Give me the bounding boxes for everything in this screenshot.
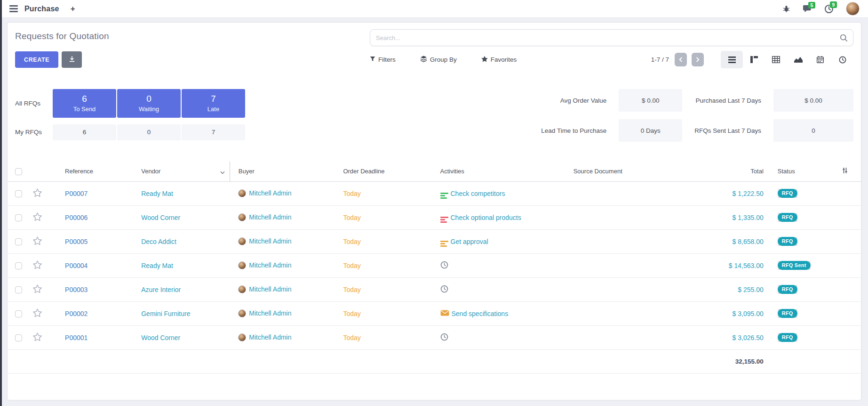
row-checkbox[interactable] [15,286,22,293]
favorite-star-icon[interactable] [33,287,42,294]
header-buyer[interactable]: Buyer [230,162,337,181]
list-view-button[interactable] [721,51,743,68]
favorites-button[interactable]: Favorites [481,56,517,64]
pivot-view-button[interactable] [765,51,787,68]
export-button[interactable] [62,51,82,68]
calendar-view-button[interactable] [809,51,831,68]
optional-columns-icon[interactable] [842,168,848,175]
vendor-link[interactable]: Ready Mat [141,190,173,197]
vendor-link[interactable]: Azure Interior [141,286,181,293]
order-deadline: Today [343,238,360,245]
buyer-link[interactable]: Mitchell Admin [249,261,291,269]
activity-label[interactable]: Get approval [451,238,488,245]
buyer-link[interactable]: Mitchell Admin [249,213,291,221]
buyer-link[interactable]: Mitchell Admin [249,333,291,341]
header-status[interactable]: Status [770,162,829,181]
activity-envelope-icon[interactable] [440,309,449,318]
activity-clock-icon[interactable] [440,333,448,342]
vendor-link[interactable]: Gemini Furniture [141,310,190,317]
favorite-star-icon[interactable] [33,311,42,318]
table-footer-row: 32,155.00 [8,349,861,373]
source-document [554,325,638,349]
activity-clock-icon[interactable] [440,261,448,270]
messages-icon[interactable]: 5 [803,5,812,13]
activity-label[interactable]: Check competitors [451,190,505,197]
select-all-checkbox[interactable] [15,168,22,175]
favorite-star-icon[interactable] [33,191,42,198]
activity-label[interactable]: Send specifications [452,310,509,317]
activity-view-button[interactable] [831,51,853,68]
table-row[interactable]: P00001 Wood Corner Mitchell Admin Today … [8,325,861,349]
activity-tasks-yellow-icon[interactable] [440,236,448,247]
activities-clock-icon[interactable]: 9 [824,4,834,14]
buyer-link[interactable]: Mitchell Admin [249,189,291,197]
apps-menu-icon[interactable] [9,5,18,12]
row-checkbox[interactable] [15,310,22,317]
table-row[interactable]: P00003 Azure Interior Mitchell Admin Tod… [8,277,861,301]
header-reference[interactable]: Reference [54,162,134,181]
debug-bug-icon[interactable] [782,5,790,13]
user-avatar[interactable] [846,2,860,16]
reference-link[interactable]: P00003 [65,286,88,293]
header-vendor[interactable]: Vendor [134,162,230,181]
header-order-deadline[interactable]: Order Deadline [337,162,433,181]
group-by-button[interactable]: Group By [420,56,457,64]
activity-tasks-green-icon[interactable] [440,188,448,199]
row-checkbox[interactable] [15,190,22,197]
filters-button[interactable]: Filters [370,56,396,63]
header-source-document[interactable]: Source Document [554,162,638,181]
search-icon[interactable] [840,34,848,44]
tile-to-send[interactable]: 6 To Send [53,89,116,118]
reference-link[interactable]: P00007 [65,190,88,197]
status-badge: RFQ [778,237,797,246]
pager-next-button[interactable] [692,53,704,66]
table-row[interactable]: P00002 Gemini Furniture Mitchell Admin T… [8,301,861,325]
vendor-link[interactable]: Deco Addict [141,238,176,245]
tile-waiting[interactable]: 0 Waiting [117,89,181,118]
reference-link[interactable]: P00002 [65,310,88,317]
buyer-avatar [238,261,246,269]
tile-late[interactable]: 7 Late [182,89,245,118]
buyer-link[interactable]: Mitchell Admin [249,285,291,293]
row-checkbox[interactable] [15,238,22,245]
total-amount: $ 14,563.00 [729,262,764,269]
header-activities[interactable]: Activities [434,162,554,181]
table-row[interactable]: P00005 Deco Addict Mitchell Admin Today … [8,229,861,253]
vendor-link[interactable]: Wood Corner [141,334,180,341]
pager-previous-button[interactable] [675,53,687,66]
tile-my-to-send[interactable]: 6 [53,124,116,140]
table-row[interactable]: P00006 Wood Corner Mitchell Admin Today … [8,205,861,229]
row-checkbox[interactable] [15,334,22,341]
kpi-avg-order-value: $ 0.00 [619,89,682,112]
header-total[interactable]: Total [638,162,770,181]
reference-link[interactable]: P00005 [65,238,88,245]
activity-clock-icon[interactable] [440,285,448,294]
reference-link[interactable]: P00004 [65,262,88,269]
app-name[interactable]: Purchase [24,5,59,13]
my-rfqs-label: My RFQs [15,129,52,136]
favorite-star-icon[interactable] [33,239,42,246]
favorite-star-icon[interactable] [33,215,42,222]
vendor-link[interactable]: Ready Mat [141,262,173,269]
reference-link[interactable]: P00001 [65,334,88,341]
tile-my-waiting[interactable]: 0 [117,124,181,140]
kanban-view-button[interactable] [743,51,765,68]
activity-tasks-red-icon[interactable] [440,212,448,223]
favorite-star-icon[interactable] [33,263,42,270]
search-input[interactable] [370,29,853,46]
favorite-star-icon[interactable] [33,335,42,342]
create-button[interactable]: CREATE [15,51,58,68]
add-tab-button[interactable]: + [71,4,75,14]
row-checkbox[interactable] [15,214,22,221]
vendor-link[interactable]: Wood Corner [141,214,180,221]
graph-view-button[interactable] [787,51,809,68]
tile-my-late[interactable]: 7 [182,124,245,140]
table-row[interactable]: P00007 Ready Mat Mitchell Admin Today Ch… [8,181,861,205]
row-checkbox[interactable] [15,262,22,269]
total-amount: $ 3,095.00 [733,310,764,317]
table-row[interactable]: P00004 Ready Mat Mitchell Admin Today $ … [8,253,861,277]
buyer-link[interactable]: Mitchell Admin [249,237,291,245]
buyer-link[interactable]: Mitchell Admin [249,309,291,317]
activity-label[interactable]: Check optional products [451,214,521,221]
reference-link[interactable]: P00006 [65,214,88,221]
